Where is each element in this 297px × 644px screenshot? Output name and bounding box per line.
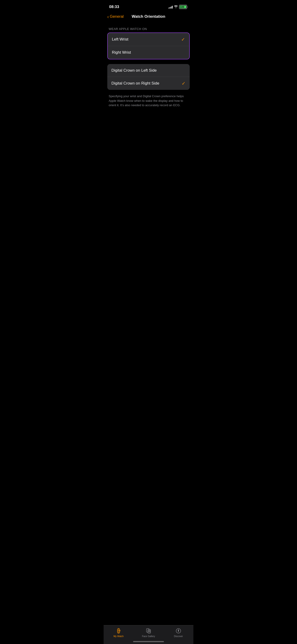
back-label: General <box>110 14 124 19</box>
page-title: Watch Orientation <box>132 14 165 19</box>
battery-icon: 100 <box>179 5 188 9</box>
left-wrist-option[interactable]: Left Wrist ✓ <box>108 33 189 46</box>
status-bar: 08:33 100 <box>104 0 194 12</box>
left-wrist-checkmark: ✓ <box>181 36 185 42</box>
main-content: WEAR APPLE WATCH ON Left Wrist ✓ Right W… <box>104 22 194 108</box>
right-wrist-label: Right Wrist <box>112 50 131 55</box>
crown-right-option[interactable]: Digital Crown on Right Side ✓ <box>107 77 190 90</box>
crown-right-label: Digital Crown on Right Side <box>112 81 159 86</box>
status-icons: 100 <box>168 5 188 9</box>
crown-left-label: Digital Crown on Left Side <box>112 68 157 73</box>
left-wrist-label: Left Wrist <box>112 37 128 42</box>
crown-selection-card: Digital Crown on Left Side Digital Crown… <box>107 64 190 90</box>
orientation-description: Specifying your wrist and Digital Crown … <box>107 92 190 108</box>
crown-right-checkmark: ✓ <box>182 80 186 86</box>
signal-bars-icon <box>168 6 173 8</box>
wifi-icon <box>174 5 178 9</box>
nav-header: ‹ General Watch Orientation <box>104 12 194 22</box>
back-chevron-icon: ‹ <box>107 14 109 19</box>
status-time: 08:33 <box>109 4 119 9</box>
right-wrist-option[interactable]: Right Wrist <box>108 46 189 59</box>
crown-left-option[interactable]: Digital Crown on Left Side <box>107 64 190 77</box>
back-button[interactable]: ‹ General <box>107 14 124 19</box>
wrist-selection-card: Left Wrist ✓ Right Wrist <box>107 32 190 60</box>
wrist-section-header: WEAR APPLE WATCH ON <box>107 27 190 32</box>
